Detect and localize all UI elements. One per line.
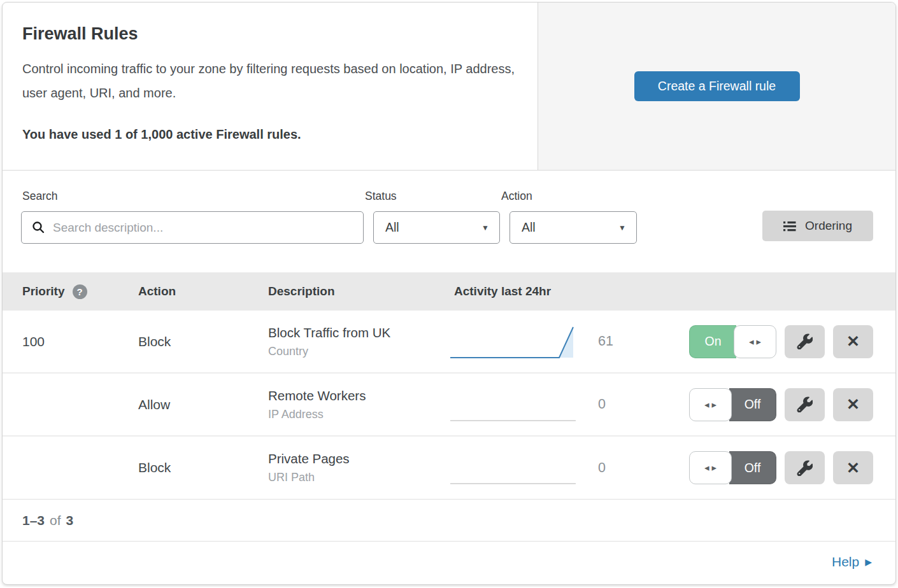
search-group: Search [21, 190, 364, 244]
page-title: Firewall Rules [22, 24, 518, 44]
table-row: 100 Block Block Traffic from UK Country … [3, 311, 895, 374]
table-header-row: Priority ? Action Description Activity l… [3, 272, 895, 311]
toggle-knob[interactable]: ◂▸ [734, 325, 776, 358]
arrow-left-icon: ◂ [704, 399, 709, 410]
wrench-icon [797, 460, 813, 476]
arrow-right-icon: ▸ [712, 399, 717, 410]
pagination-range: 1–3 [22, 513, 45, 528]
arrow-right-icon: ▶ [865, 557, 872, 567]
arrow-right-icon: ▸ [712, 462, 717, 473]
search-input[interactable] [52, 220, 363, 235]
column-header-description: Description [268, 284, 448, 298]
page-description: Control incoming traffic to your zone by… [22, 57, 516, 105]
wrench-icon [797, 396, 813, 412]
ordered-list-icon [783, 221, 797, 232]
close-icon: ✕ [846, 459, 860, 477]
status-label: Status [365, 190, 500, 203]
delete-rule-button[interactable]: ✕ [833, 451, 873, 484]
close-icon: ✕ [846, 395, 860, 414]
rule-action: Allow [138, 397, 268, 412]
activity-count: 0 [580, 460, 676, 476]
rule-controls: On ◂▸ ✕ [689, 325, 873, 358]
chevron-down-icon: ▼ [481, 223, 489, 232]
firewall-rules-panel: Firewall Rules Control incoming traffic … [2, 2, 896, 585]
column-header-action: Action [138, 284, 268, 298]
chevron-down-icon: ▼ [618, 223, 626, 232]
help-link-label: Help [832, 554, 859, 570]
activity-sparkline [448, 449, 580, 486]
rule-enabled-toggle[interactable]: On ◂▸ [689, 325, 776, 358]
header-action-panel: Create a Firewall rule [538, 3, 895, 170]
rule-description: Block Traffic from UK Country [268, 325, 448, 358]
rule-priority: 100 [22, 334, 138, 349]
arrow-left-icon: ◂ [704, 462, 709, 473]
rule-match-type: Country [268, 345, 448, 358]
toggle-state-label: Off [729, 388, 776, 421]
status-select[interactable]: All ▼ [373, 211, 500, 244]
search-icon [32, 221, 45, 234]
rule-match-type: IP Address [268, 408, 448, 421]
rule-description: Private Pages URI Path [268, 451, 448, 484]
action-label: Action [501, 190, 637, 203]
header-text-block: Firewall Rules Control incoming traffic … [3, 3, 538, 170]
rule-description-title: Block Traffic from UK [268, 325, 448, 340]
rule-description-title: Private Pages [268, 451, 448, 466]
activity-sparkline [448, 386, 580, 423]
edit-rule-button[interactable] [785, 388, 825, 421]
wrench-icon [797, 333, 813, 349]
create-firewall-rule-button[interactable]: Create a Firewall rule [634, 71, 800, 101]
toggle-knob[interactable]: ◂▸ [689, 451, 732, 484]
rule-controls: ◂▸ Off ✕ [689, 388, 873, 421]
filter-bar: Search Status All ▼ Action All ▼ [3, 171, 895, 272]
action-filter-group: Action All ▼ [500, 190, 637, 244]
rule-action: Block [138, 460, 268, 475]
rule-match-type: URI Path [268, 471, 448, 484]
help-bar: Help ▶ [3, 542, 895, 582]
toggle-knob[interactable]: ◂▸ [689, 388, 732, 421]
column-header-activity: Activity last 24hr [448, 284, 551, 298]
arrow-left-icon: ◂ [749, 336, 754, 347]
rule-description-title: Remote Workers [268, 388, 448, 403]
arrow-right-icon: ▸ [757, 336, 762, 347]
table-row: Block Private Pages URI Path 0 ◂▸ Off ✕ [3, 437, 895, 500]
edit-rule-button[interactable] [785, 325, 825, 358]
ordering-button[interactable]: Ordering [762, 211, 873, 241]
delete-rule-button[interactable]: ✕ [833, 388, 873, 421]
header-section: Firewall Rules Control incoming traffic … [3, 3, 895, 171]
action-selected-value: All [522, 220, 536, 235]
pagination-total: 3 [66, 513, 74, 528]
help-question-icon[interactable]: ? [73, 284, 87, 299]
rule-enabled-toggle[interactable]: ◂▸ Off [689, 388, 776, 421]
search-box[interactable] [21, 211, 364, 244]
edit-rule-button[interactable] [785, 451, 825, 484]
toggle-state-label: Off [729, 451, 776, 484]
activity-count: 0 [580, 396, 676, 412]
toggle-state-label: On [689, 325, 736, 358]
ordering-button-label: Ordering [805, 219, 852, 233]
close-icon: ✕ [846, 332, 860, 351]
delete-rule-button[interactable]: ✕ [833, 325, 873, 358]
table-row: Allow Remote Workers IP Address 0 ◂▸ Off… [3, 374, 895, 437]
rule-enabled-toggle[interactable]: ◂▸ Off [689, 451, 776, 484]
pagination-bar: 1–3 of 3 [3, 500, 895, 542]
search-label: Search [22, 190, 364, 203]
usage-note: You have used 1 of 1,000 active Firewall… [22, 127, 518, 142]
rule-controls: ◂▸ Off ✕ [689, 451, 873, 484]
rule-description: Remote Workers IP Address [268, 388, 448, 421]
help-link[interactable]: Help ▶ [832, 554, 872, 570]
status-selected-value: All [385, 220, 399, 235]
action-select[interactable]: All ▼ [510, 211, 637, 244]
activity-sparkline [448, 323, 580, 360]
rule-action: Block [138, 334, 268, 349]
activity-count: 61 [580, 333, 676, 349]
status-filter-group: Status All ▼ [364, 190, 500, 244]
pagination-of-label: of [50, 513, 61, 528]
column-header-priority: Priority ? [22, 284, 138, 299]
